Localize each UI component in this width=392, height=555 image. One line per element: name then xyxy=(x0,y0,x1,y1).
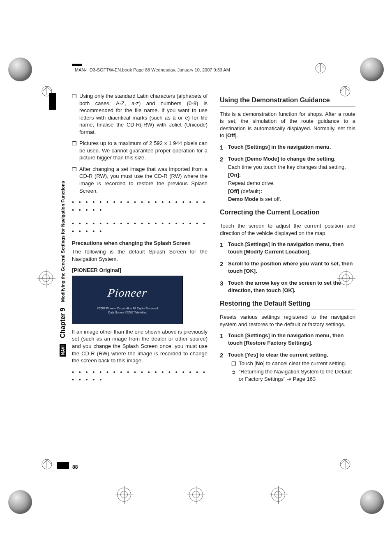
step-3: 3 Touch the arrow key on the screen to s… xyxy=(220,279,355,294)
precaution-heading: Precautions when changing the Splash Scr… xyxy=(72,240,208,247)
option-on: [On]: xyxy=(228,171,355,179)
decoration-stone xyxy=(8,490,32,514)
page-content: ❐ Using only the standard Latin characte… xyxy=(72,92,355,388)
splash-copyright: ©2007 Pioneer Corporation All Rights Res… xyxy=(97,306,158,315)
cross-reference: ➲ “Returning the Navigation System to th… xyxy=(228,368,355,382)
sub-bullet: ❐ Touch [No] to cancel clear the current… xyxy=(228,360,355,367)
step-lead: Touch the arrow key on the screen to set… xyxy=(228,280,341,293)
option-off: [Off] (default): xyxy=(228,188,355,195)
step-body: Each time you touch the key changes that… xyxy=(228,164,355,171)
registration-arrow xyxy=(315,62,326,74)
note-text: Using only the standard Latin characters… xyxy=(79,93,208,135)
section-demo-guidance: Using the Demonstration Guidance xyxy=(220,96,355,106)
precaution-body: The following is the default Splash Scre… xyxy=(72,248,208,263)
step-number: 1 xyxy=(220,143,223,152)
step-lead: Touch [Demo Mode] to change the setting. xyxy=(228,156,336,162)
correct-body: Touch the screen to adjust the current p… xyxy=(220,222,355,237)
header-rule xyxy=(72,66,360,66)
step-number: 1 xyxy=(220,332,223,340)
footer-tab xyxy=(57,462,69,469)
step-2: 2 Touch [Demo Mode] to change the settin… xyxy=(220,155,355,203)
side-navi-badge: NAVI xyxy=(60,344,66,357)
step-number: 2 xyxy=(220,155,223,164)
registration-mark xyxy=(117,488,131,502)
bullet-box-icon: ❐ xyxy=(231,360,236,368)
step-lead: Touch [Settings] in the navigation menu. xyxy=(228,144,331,150)
note-bullet: ❐ After changing a set image that was im… xyxy=(72,166,208,194)
side-chapter: Chapter 9 xyxy=(59,308,67,338)
side-label: NAVI Chapter 9 Modifying the General Set… xyxy=(59,94,67,357)
note-text: Pictures up to a maximum of 2 592 x 1 94… xyxy=(79,140,208,161)
step-1: 1 Touch [Settings] in the navigation men… xyxy=(220,332,355,346)
decoration-stone xyxy=(360,58,384,81)
step-1: 1 Touch [Settings] in the navigation men… xyxy=(220,143,355,151)
step-2: 2 Touch [Yes] to clear the current setti… xyxy=(220,351,355,382)
bullet-box-icon: ❐ xyxy=(72,93,77,100)
dotted-separator: • • • • • • • • • • • • • • • • • • • • … xyxy=(72,220,208,235)
decoration-stone xyxy=(8,58,32,81)
pioneer-original-label: [PIONEER Original] xyxy=(72,267,208,274)
step-lead: Scroll to the position where you want to… xyxy=(228,260,353,274)
after-image-note: If an image other than the one shown abo… xyxy=(72,328,208,364)
note-text: After changing a set image that was impo… xyxy=(79,166,208,194)
xref-icon: ➲ xyxy=(231,368,236,376)
dotted-separator: • • • • • • • • • • • • • • • • • • • • … xyxy=(72,368,208,384)
section-restore-default: Restoring the Default Setting xyxy=(220,299,355,310)
step-lead: Touch [Yes] to clear the current setting… xyxy=(228,352,328,358)
demo-body: This is a demonstration function for sho… xyxy=(220,111,355,139)
bullet-box-icon: ❐ xyxy=(72,166,77,173)
registration-mark xyxy=(271,488,285,502)
step-number: 2 xyxy=(220,260,223,268)
right-column: Using the Demonstration Guidance This is… xyxy=(220,92,355,388)
step-lead: Touch [Settings] in the navigation menu,… xyxy=(228,332,344,346)
step-2: 2 Scroll to the position where you want … xyxy=(220,260,355,274)
step-number: 3 xyxy=(220,279,223,288)
dotted-separator: • • • • • • • • • • • • • • • • • • • • … xyxy=(72,198,208,214)
section-correct-location: Correcting the Current Location xyxy=(220,208,355,219)
bullet-box-icon: ❐ xyxy=(72,140,77,147)
option-off-desc: Demo Mode is set off. xyxy=(228,196,355,203)
splash-screen-image: Pioneer ©2007 Pioneer Corporation All Ri… xyxy=(72,276,183,324)
xref-text: “Returning the Navigation System to the … xyxy=(239,368,352,382)
running-header: MAN-HD3-SOFTW-EN.book Page 88 Wednesday,… xyxy=(75,67,230,72)
registration-arrow xyxy=(41,458,53,470)
note-bullet: ❐ Pictures up to a maximum of 2 592 x 1 … xyxy=(72,140,208,161)
decoration-stone xyxy=(360,490,384,514)
step-1: 1 Touch [Settings] in the navigation men… xyxy=(220,241,355,255)
option-on-desc: Repeat demo drive. xyxy=(228,180,355,187)
step-lead: Touch [Settings] in the navigation menu,… xyxy=(228,241,344,255)
page-number: 88 xyxy=(72,464,78,470)
registration-mark xyxy=(189,488,203,502)
step-number: 2 xyxy=(220,351,223,359)
thumb-tab xyxy=(49,93,56,110)
step-number: 1 xyxy=(220,241,223,249)
left-column: ❐ Using only the standard Latin characte… xyxy=(72,92,208,388)
side-section-title: Modifying the General Settings for Navig… xyxy=(60,181,65,302)
restore-body: Resets various settings registered to th… xyxy=(220,313,355,328)
registration-mark xyxy=(39,271,53,285)
pioneer-logo: Pioneer xyxy=(107,285,148,301)
note-bullet: ❐ Using only the standard Latin characte… xyxy=(72,92,208,136)
registration-arrow xyxy=(339,458,351,470)
